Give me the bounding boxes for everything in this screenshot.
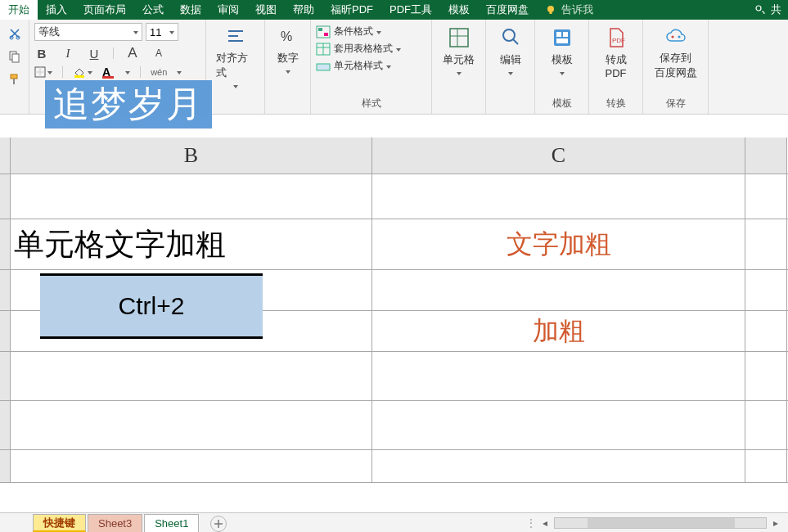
convert-pdf-button[interactable]: PDF 转成 PDF [594,23,637,79]
cut-icon[interactable] [7,26,22,41]
shortcut-callout: Ctrl+2 [40,273,263,339]
tab-view[interactable]: 视图 [247,0,285,20]
table-format-button[interactable]: 套用表格格式 [316,42,426,56]
scroll-track[interactable] [554,517,767,529]
cell-c5[interactable] [372,352,745,400]
scroll-right-button[interactable]: ▸ [770,517,781,529]
chevron-down-icon [169,31,174,34]
number-button[interactable]: % 数字 [270,23,305,74]
row-head[interactable] [0,270,11,310]
tab-formula[interactable]: 公式 [134,0,172,20]
tab-review[interactable]: 审阅 [209,0,247,20]
horizontal-scrollbar[interactable]: ⋮ ◂ ▸ [526,517,781,529]
font-color-button[interactable]: A [102,65,130,79]
cell-b3[interactable]: Ctrl+2 [11,270,372,310]
fill-color-button[interactable] [73,66,92,78]
shortcut-text: Ctrl+2 [119,292,185,320]
share-label[interactable]: 共 [771,2,781,17]
cell-c4[interactable]: 加粗 [372,311,745,351]
sheet-tab-3[interactable]: Sheet1 [144,514,199,532]
template-label: 模板 [552,52,573,67]
font-family-select[interactable]: 等线 [34,23,142,41]
col-header-d[interactable] [745,138,787,174]
row-head[interactable] [0,219,11,269]
tab-home[interactable]: 开始 [0,0,38,20]
conditional-format-button[interactable]: 条件格式 [316,25,426,38]
cell-b6[interactable] [11,401,372,449]
sheet-tabs: 快捷键 Sheet3 Sheet1 [33,513,227,532]
cell-style-icon [316,60,331,73]
tab-help[interactable]: 帮助 [285,0,322,20]
cell-d2[interactable] [745,219,787,269]
copy-icon[interactable] [7,49,22,64]
divider [140,66,141,78]
format-painter-icon[interactable] [7,72,22,87]
cell-d6[interactable] [745,401,787,449]
cloud-icon [664,26,687,47]
grow-font-button[interactable]: A [125,46,140,61]
chevron-down-icon [133,31,138,34]
pdf-icon: PDF [605,26,628,49]
tab-layout[interactable]: 页面布局 [75,0,134,20]
row-head[interactable] [0,401,11,449]
row-head[interactable] [0,450,11,482]
cell-b1[interactable] [11,174,372,219]
sheet-tab-1[interactable]: 快捷键 [33,514,86,532]
col-header-b[interactable]: B [11,138,372,174]
font-size-value: 11 [150,26,161,38]
svg-rect-19 [324,33,328,36]
tab-baidu[interactable]: 百度网盘 [478,0,537,20]
cell-c3[interactable] [372,270,745,310]
cell-d1[interactable] [745,174,787,219]
svg-point-27 [503,29,515,41]
cell-d7[interactable] [745,450,787,482]
cell-c1[interactable] [372,174,745,219]
watermark: 追梦岁月 [45,80,212,128]
plus-icon [214,519,223,529]
conditional-label: 条件格式 [334,25,373,38]
editing-button[interactable]: 编辑 [491,23,529,75]
tab-foxit[interactable]: 福昕PDF [322,0,381,20]
font-size-select[interactable]: 11 [146,23,178,41]
underline-button[interactable]: U [87,46,101,61]
tab-pdftool[interactable]: PDF工具 [381,0,440,20]
cell-c6[interactable] [372,401,745,449]
col-header-c[interactable]: C [372,138,745,174]
sheet-tab-2[interactable]: Sheet3 [88,514,142,532]
row-head[interactable] [0,174,11,219]
cell-b7[interactable] [11,450,372,482]
cell-d4[interactable] [745,311,787,351]
scroll-left-button[interactable]: ◂ [539,517,551,529]
chevron-down-icon [286,70,290,74]
cell-c4-text: 加粗 [533,313,585,349]
cell-style-button[interactable]: 单元格样式 [316,59,426,73]
tab-template[interactable]: 模板 [440,0,478,20]
cells-button[interactable]: 单元格 [437,23,480,75]
template-button[interactable]: 模板 [540,23,583,75]
border-button[interactable] [34,66,52,78]
cell-b2[interactable]: 单元格文字加粗 [11,219,372,269]
scroll-thumb[interactable] [588,518,735,528]
cell-b5[interactable] [11,352,372,400]
column-headers: B C [0,138,788,174]
select-all-corner[interactable] [0,138,11,174]
save-baidu-button[interactable]: 保存到 百度网盘 [648,23,703,80]
align-button[interactable]: 对齐方式 [211,23,259,88]
editing-label: 编辑 [500,52,521,67]
phonetic-button[interactable]: wén [151,67,167,77]
cell-d5[interactable] [745,352,787,400]
tab-insert[interactable]: 插入 [38,0,75,20]
cell-d3[interactable] [745,270,787,310]
tell-me[interactable]: 告诉我 [561,2,593,17]
cell-c7[interactable] [372,450,745,482]
add-sheet-button[interactable] [210,516,227,532]
shrink-font-button[interactable]: A [151,46,166,61]
row-head[interactable] [0,311,11,351]
align-icon [225,26,246,47]
tab-data[interactable]: 数据 [172,0,209,20]
italic-button[interactable]: I [61,46,75,61]
bold-button[interactable]: B [34,46,49,61]
chevron-down-icon [560,72,565,75]
cell-c2[interactable]: 文字加粗 [372,219,745,269]
row-head[interactable] [0,352,11,400]
